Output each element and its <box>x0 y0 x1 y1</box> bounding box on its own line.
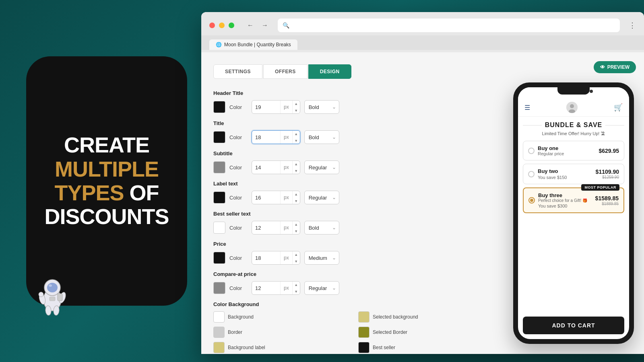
label-color-swatch[interactable] <box>213 191 225 204</box>
title-size-input[interactable] <box>252 134 280 140</box>
bundle-option-2[interactable]: Buy two You save $150 $1109.90 $1259.90 <box>523 164 624 184</box>
radio-option-1[interactable] <box>528 148 535 154</box>
label-size-input[interactable] <box>252 195 280 201</box>
radio-option-3[interactable] <box>528 197 535 204</box>
compare-px-unit: px <box>280 282 292 294</box>
back-button[interactable]: ← <box>245 20 256 31</box>
best-seller-weight-select[interactable]: Bold Regular Medium <box>304 221 339 234</box>
best-seller-row: Color px ▲ ▼ Bold Regular Medium <box>213 221 495 234</box>
header-color-swatch[interactable] <box>213 101 225 113</box>
radio-option-2[interactable] <box>528 171 535 177</box>
header-title-row: Color px ▲ ▼ Bold Regular Medium <box>213 100 495 114</box>
traffic-light-red[interactable] <box>209 23 215 28</box>
add-to-cart-button[interactable]: ADD TO CART <box>523 317 624 334</box>
title-section-label: Title <box>213 120 495 126</box>
traffic-light-green[interactable] <box>229 23 234 28</box>
tab-offers[interactable]: OFFERS <box>263 64 308 79</box>
compare-size-up[interactable]: ▲ <box>293 281 300 288</box>
header-px-unit: px <box>280 101 292 113</box>
header-size-input-wrapper: px ▲ ▼ <box>252 100 300 114</box>
svg-point-3 <box>49 284 52 287</box>
price-color-swatch[interactable] <box>213 252 225 264</box>
best-seller-size-down[interactable]: ▼ <box>293 228 300 234</box>
compare-size-input[interactable] <box>252 285 280 291</box>
bundle-option-1[interactable]: Buy one Regular price $629.95 <box>523 141 624 160</box>
compare-color-swatch[interactable] <box>213 282 225 294</box>
main-tabs: SETTINGS OFFERS DESIGN <box>213 64 495 79</box>
bundle-subtitle: Limited Time Offer! Hurry Up! 🏝 <box>523 131 624 136</box>
best-seller-color-label: Color <box>229 225 248 231</box>
best-seller-size-input-wrapper: px ▲ ▼ <box>252 221 300 234</box>
bg-label-bg-swatch[interactable] <box>213 342 225 353</box>
header-size-input[interactable] <box>252 104 280 110</box>
price-size-up[interactable]: ▲ <box>293 251 300 258</box>
option-1-subtitle: Regular price <box>538 151 595 156</box>
subtitle-size-input[interactable] <box>252 165 280 171</box>
price-size-down[interactable]: ▼ <box>293 258 300 265</box>
title-color-label: Color <box>229 134 248 140</box>
divider-right <box>605 125 624 125</box>
compare-weight-select[interactable]: Regular Bold Medium <box>304 281 339 295</box>
compare-size-down[interactable]: ▼ <box>293 288 300 295</box>
phone-cart-icon[interactable]: 🛒 <box>614 103 623 112</box>
header-weight-select[interactable]: Bold Regular Medium <box>304 100 339 114</box>
header-weight-wrapper: Bold Regular Medium <box>304 100 339 114</box>
bg-selected-bg-label: Selected background <box>373 314 418 320</box>
bg-best-seller-swatch[interactable] <box>358 342 369 353</box>
header-size-down[interactable]: ▼ <box>293 107 300 114</box>
svg-point-2 <box>47 283 58 292</box>
best-seller-section-label: Best seller text <box>213 211 495 217</box>
best-seller-size-up[interactable]: ▲ <box>293 221 300 228</box>
bg-label-bg-item: Background label <box>213 342 350 353</box>
subtitle-size-input-wrapper: px ▲ ▼ <box>252 160 300 174</box>
label-size-input-wrapper: px ▲ ▼ <box>252 191 300 204</box>
option-3-title: Buy three <box>538 192 592 198</box>
bg-background-swatch[interactable] <box>213 311 225 323</box>
browser-menu-icon[interactable]: ⋮ <box>629 21 636 30</box>
price-size-input[interactable] <box>252 255 280 261</box>
phone-menu-icon[interactable]: ☰ <box>524 104 530 111</box>
subtitle-weight-select[interactable]: Regular Bold Medium <box>304 160 339 174</box>
forward-button[interactable]: → <box>259 20 270 31</box>
bg-selected-bg-swatch[interactable] <box>358 311 369 323</box>
phone-screen: ☰ 🛒 <box>518 87 629 339</box>
title-color-swatch[interactable] <box>213 131 225 143</box>
subtitle-color-swatch[interactable] <box>213 161 225 173</box>
tab-globe-icon: 🌐 <box>216 42 222 47</box>
subtitle-size-up[interactable]: ▲ <box>293 160 300 167</box>
color-bg-grid: Background Selected background Border Se… <box>213 311 495 353</box>
option-2-save: You save $150 <box>538 175 592 180</box>
tab-design[interactable]: DESIGN <box>308 64 351 79</box>
subtitle-size-down[interactable]: ▼ <box>293 167 300 174</box>
title-weight-select[interactable]: Bold Regular Medium <box>304 130 339 144</box>
title-size-down[interactable]: ▼ <box>293 137 300 144</box>
label-weight-select[interactable]: Regular Bold Medium <box>304 191 339 204</box>
header-size-up[interactable]: ▲ <box>293 100 300 107</box>
header-title-section-label: Header Title <box>213 90 495 96</box>
label-px-unit: px <box>280 191 292 204</box>
label-size-down[interactable]: ▼ <box>293 197 300 204</box>
bundle-option-3[interactable]: MOST POPULAR Buy three Perfect choice fo… <box>523 187 624 213</box>
label-arrows: ▲ ▼ <box>292 191 300 204</box>
traffic-light-yellow[interactable] <box>219 23 225 28</box>
address-bar[interactable]: 🔍 <box>278 19 620 32</box>
label-size-up[interactable]: ▲ <box>293 191 300 197</box>
bg-selected-border-swatch[interactable] <box>358 327 369 338</box>
label-color-label: Color <box>229 195 248 201</box>
compare-arrows: ▲ ▼ <box>292 281 300 295</box>
preview-label: PREVIEW <box>607 64 630 70</box>
label-section-label: Label text <box>213 181 495 187</box>
title-size-up[interactable]: ▲ <box>293 130 300 137</box>
best-seller-color-swatch[interactable] <box>213 222 225 234</box>
browser-chrome: ← → 🔍 ⋮ 🌐 Moon Bundle | Quantity Breaks <box>201 12 644 52</box>
best-seller-size-input[interactable] <box>252 225 280 231</box>
phone-avatar <box>566 102 578 113</box>
browser-tab[interactable]: 🌐 Moon Bundle | Quantity Breaks <box>209 39 297 50</box>
option-1-details: Buy one Regular price <box>538 145 595 156</box>
bg-border-swatch[interactable] <box>213 327 225 338</box>
price-weight-select[interactable]: Medium Bold Regular <box>304 251 339 265</box>
bg-selected-bg-item: Selected background <box>358 311 495 323</box>
compare-section-label: Compare-at price <box>213 271 495 277</box>
tab-settings[interactable]: SETTINGS <box>213 64 262 79</box>
preview-button[interactable]: 👁 PREVIEW <box>594 61 636 73</box>
